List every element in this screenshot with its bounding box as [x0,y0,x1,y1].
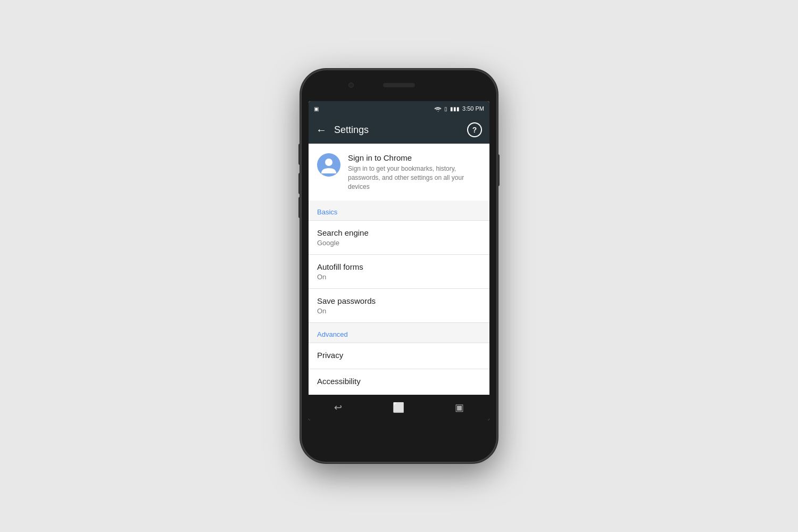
status-bar: ▣ ▯ ▮▮▮ 3:50 PM [309,101,489,116]
battery-icon: ▮▮▮ [450,106,460,112]
accessibility-item[interactable]: Accessibility [309,369,489,395]
app-bar: ← Settings ? [309,116,489,144]
wifi-icon [434,106,442,112]
basics-section-header: Basics [309,201,489,221]
nav-home-icon[interactable]: ⬜ [393,402,404,413]
autofill-forms-value: On [317,273,481,281]
signin-description: Sign in to get your bookmarks, history, … [348,164,481,191]
search-engine-label: Search engine [317,228,481,237]
autofill-forms-item[interactable]: Autofill forms On [309,255,489,289]
save-passwords-value: On [317,307,481,315]
person-icon [321,156,336,173]
advanced-section-header: Advanced [309,323,489,343]
phone-top-bar [301,69,497,101]
notification-icon: ▣ [314,106,319,112]
privacy-item[interactable]: Privacy [309,343,489,369]
search-engine-item[interactable]: Search engine Google [309,221,489,255]
help-button[interactable]: ? [467,122,482,137]
page-title: Settings [334,124,467,136]
signin-section[interactable]: Sign in to Chrome Sign in to get your bo… [309,144,489,201]
nav-bar: ↩ ⬜ ▣ [309,395,489,420]
back-button[interactable]: ← [316,124,327,136]
phone-device: ▣ ▯ ▮▮▮ 3:50 PM ← Settings ? [301,69,497,463]
signin-title: Sign in to Chrome [348,153,481,162]
privacy-label: Privacy [317,351,481,360]
status-time: 3:50 PM [462,105,484,112]
search-engine-value: Google [317,239,481,247]
avatar [317,153,340,177]
settings-content: Sign in to Chrome Sign in to get your bo… [309,144,489,395]
accessibility-label: Accessibility [317,377,481,386]
front-camera [348,82,354,88]
nav-back-icon[interactable]: ↩ [334,402,342,413]
autofill-forms-label: Autofill forms [317,262,481,271]
signin-text: Sign in to Chrome Sign in to get your bo… [348,153,481,191]
phone-screen: ▣ ▯ ▮▮▮ 3:50 PM ← Settings ? [309,101,489,420]
save-passwords-item[interactable]: Save passwords On [309,289,489,323]
svg-point-0 [325,159,332,166]
save-passwords-label: Save passwords [317,296,481,305]
nav-recent-icon[interactable]: ▣ [455,402,464,413]
sim-icon: ▯ [444,106,447,112]
speaker [383,83,415,87]
